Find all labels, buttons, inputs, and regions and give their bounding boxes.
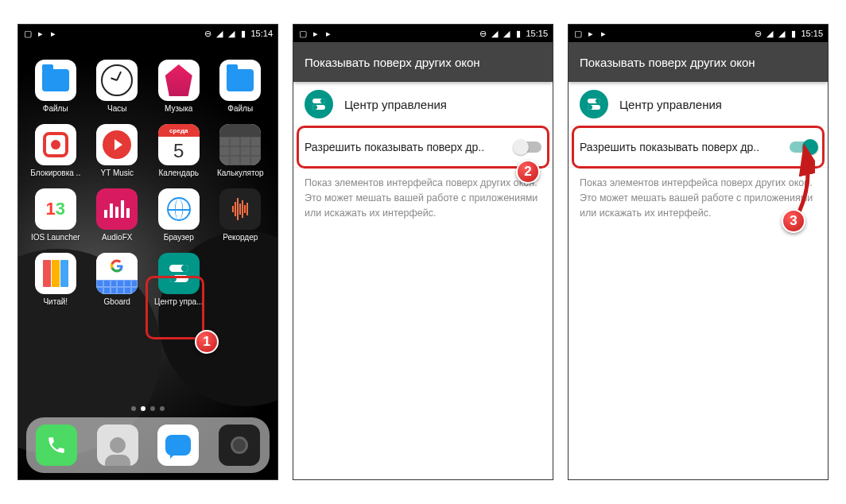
- dnd-icon: ⊖: [753, 29, 763, 38]
- app-clock[interactable]: Часы: [87, 60, 149, 113]
- globe-icon: [167, 197, 191, 221]
- app-info-row: Центр управления: [293, 82, 553, 126]
- control-center-icon: [580, 90, 608, 118]
- gboard-icon: [96, 253, 138, 294]
- calendar-icon: среда5: [158, 124, 200, 165]
- image-icon: ▢: [573, 29, 583, 38]
- app-browser[interactable]: Браузер: [148, 188, 210, 242]
- app-ytmusic[interactable]: YT Music: [87, 124, 149, 177]
- app-name-label: Центр управления: [619, 98, 722, 111]
- messages-icon: [157, 425, 199, 466]
- battery-icon: ▮: [789, 29, 798, 38]
- cast-icon-2: ▸: [324, 29, 333, 38]
- page-title: Показывать поверх других окон: [293, 42, 553, 82]
- image-icon: ▢: [298, 29, 308, 38]
- battery-icon: ▮: [239, 29, 248, 38]
- app-recorder[interactable]: Рекордер: [210, 188, 272, 242]
- app-calculator[interactable]: Калькулятор: [210, 124, 272, 177]
- step-badge-3: 3: [782, 209, 805, 233]
- signal-icon: ◢: [777, 29, 786, 38]
- toggle-label: Разрешить показывать поверх др..: [305, 141, 506, 153]
- app-gboard[interactable]: Gboard: [87, 253, 149, 306]
- overlay-toggle[interactable]: [790, 142, 817, 153]
- overlay-toggle[interactable]: [514, 142, 541, 153]
- waveform-icon: [219, 188, 261, 230]
- page-indicator[interactable]: [18, 406, 277, 411]
- wifi-icon: ◢: [215, 29, 224, 38]
- app-lockscreen[interactable]: Блокировка ..: [25, 124, 87, 177]
- permission-description: Показ элементов интерфейса поверх других…: [293, 168, 553, 228]
- dock-phone[interactable]: [36, 425, 77, 466]
- signal-icon: ◢: [227, 29, 236, 38]
- clock-icon: [101, 64, 133, 96]
- app-read[interactable]: Читай!: [25, 253, 87, 306]
- battery-icon: ▮: [514, 29, 523, 38]
- phone-settings-on: ▢▸▸ ⊖◢◢▮15:15 Показывать поверх других о…: [568, 24, 829, 480]
- app-calendar[interactable]: среда5Календарь: [148, 124, 210, 177]
- folder-icon: [42, 69, 69, 91]
- status-bar: ▢▸▸ ⊖◢◢▮15:15: [569, 25, 828, 42]
- cast-icon: ▸: [311, 29, 320, 38]
- dock: [26, 417, 270, 473]
- wallpaper: ▢ ▸ ▸ ⊖ ◢ ◢ ▮ 15:14 Файлы Часы Музыка Фа…: [18, 25, 277, 479]
- phone-home: ▢ ▸ ▸ ⊖ ◢ ◢ ▮ 15:14 Файлы Часы Музыка Фа…: [17, 24, 278, 480]
- dock-camera[interactable]: [219, 425, 260, 466]
- signal-icon: ◢: [502, 29, 511, 38]
- phone-settings-off: ▢▸▸ ⊖◢◢▮15:15 Показывать поверх других о…: [293, 24, 553, 480]
- youtube-icon: [103, 130, 131, 159]
- camera-icon: [219, 425, 260, 466]
- clock-text: 15:15: [801, 29, 823, 38]
- app-control-center[interactable]: Центр упра...: [148, 253, 210, 306]
- page-title: Показывать поверх других окон: [569, 42, 828, 82]
- app-info-row: Центр управления: [569, 82, 828, 126]
- books-icon: [35, 253, 76, 294]
- music-icon: [165, 64, 192, 96]
- clock-text: 15:15: [526, 29, 548, 38]
- image-icon: ▢: [23, 29, 33, 38]
- folder-icon: [227, 69, 254, 91]
- dnd-icon: ⊖: [478, 29, 487, 38]
- status-bar: ▢▸▸ ⊖◢◢▮15:15: [293, 25, 553, 42]
- equalizer-icon: [96, 188, 138, 230]
- step-badge-1: 1: [195, 330, 219, 354]
- ios-icon: 13: [35, 188, 76, 230]
- dock-messages[interactable]: [157, 425, 199, 466]
- app-audiofx[interactable]: AudioFX: [87, 188, 149, 242]
- overlay-permission-row[interactable]: Разрешить показывать поверх др..: [569, 126, 828, 168]
- contacts-icon: [97, 425, 138, 466]
- app-files[interactable]: Файлы: [25, 60, 87, 113]
- dock-contacts[interactable]: [97, 425, 138, 466]
- control-center-icon: [158, 253, 200, 294]
- phone-icon: [36, 425, 77, 466]
- cast-icon-2: ▸: [599, 29, 608, 38]
- control-center-icon: [305, 90, 333, 118]
- wifi-icon: ◢: [490, 29, 499, 38]
- calculator-icon: [219, 124, 261, 165]
- app-grid: Файлы Часы Музыка Файлы Блокировка .. YT…: [18, 60, 277, 306]
- record-icon: [43, 132, 68, 157]
- status-bar: ▢ ▸ ▸ ⊖ ◢ ◢ ▮ 15:14: [18, 25, 277, 42]
- toggle-label: Разрешить показывать поверх др..: [580, 141, 782, 153]
- step-badge-2: 2: [516, 160, 540, 184]
- app-ioslauncher[interactable]: 13IOS Launcher: [25, 188, 87, 242]
- overlay-permission-row[interactable]: Разрешить показывать поверх др..: [293, 126, 553, 168]
- cast-icon: ▸: [586, 29, 596, 38]
- wifi-icon: ◢: [765, 29, 774, 38]
- app-music[interactable]: Музыка: [148, 60, 210, 113]
- app-name-label: Центр управления: [344, 98, 447, 111]
- clock-text: 15:14: [250, 29, 273, 38]
- app-files-2[interactable]: Файлы: [210, 60, 272, 113]
- dnd-icon: ⊖: [203, 29, 212, 38]
- cast-icon-2: ▸: [49, 29, 58, 38]
- cast-icon: ▸: [36, 29, 45, 38]
